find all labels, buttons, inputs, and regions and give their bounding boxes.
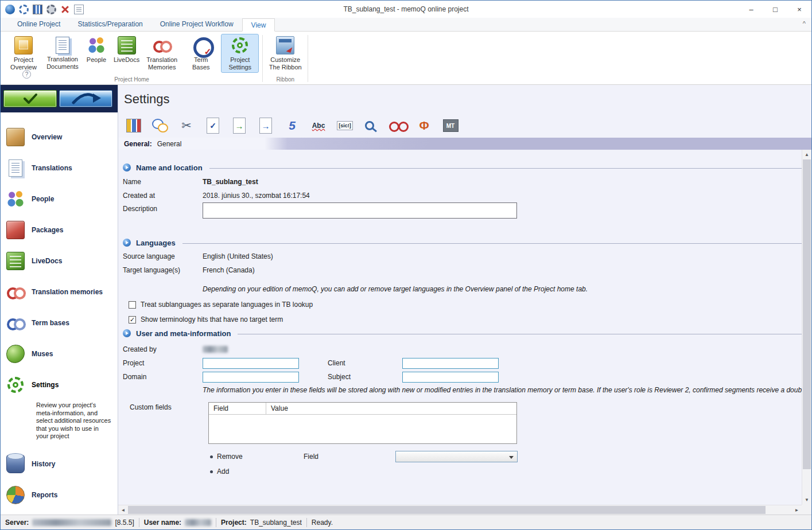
memoq-app-icon[interactable]: [5, 5, 15, 14]
gear-icon[interactable]: [19, 5, 29, 14]
settings-content: Name and location Name TB_sublang_test C…: [118, 150, 811, 505]
custom-fields-header: Field Value: [209, 403, 516, 415]
scroll-down-icon[interactable]: ▼: [802, 495, 811, 505]
server-version: [8.5.5]: [115, 519, 134, 527]
sidebar-item-packages[interactable]: Packages: [1, 215, 118, 245]
document-icon[interactable]: [74, 5, 84, 14]
history-icon: [6, 455, 25, 473]
remove-button[interactable]: Remove: [210, 453, 304, 461]
people-button[interactable]: People: [83, 34, 110, 65]
books-icon[interactable]: [33, 5, 42, 14]
tab-online-project[interactable]: Online Project: [9, 18, 69, 31]
termhits-checkbox[interactable]: ✓: [129, 316, 136, 324]
forward-arrow-button[interactable]: [59, 90, 112, 107]
minimize-button[interactable]: –: [739, 1, 763, 18]
settings-tab-qa[interactable]: ✓: [203, 116, 223, 135]
domain-field-label: Domain: [123, 373, 203, 381]
horizontal-scrollbar-thumb[interactable]: [128, 506, 766, 514]
translation-memories-icon: [153, 36, 171, 54]
project-settings-button[interactable]: Project Settings: [221, 34, 259, 73]
settings-tab-proofing[interactable]: [388, 116, 407, 135]
settings-tab-import[interactable]: →: [256, 116, 275, 135]
target-language-value: French (Canada): [203, 266, 255, 274]
category-label: General:: [124, 140, 152, 148]
project-input[interactable]: [203, 358, 299, 369]
window-controls: – □ ×: [739, 1, 811, 18]
tab-online-project-workflow[interactable]: Online Project Workflow: [151, 18, 242, 31]
sidebar-item-reports[interactable]: Reports: [1, 480, 118, 510]
sidebar-item-term-bases[interactable]: Term bases: [1, 307, 118, 338]
settings-tab-lookup[interactable]: [362, 116, 381, 135]
description-input[interactable]: [203, 202, 517, 219]
settings-tab-segmentation[interactable]: ✂: [177, 116, 196, 135]
title-bar: TB_sublang_test - memoQ online project –…: [1, 1, 811, 18]
settings-tab-export[interactable]: →: [230, 116, 249, 135]
custom-field-select[interactable]: [395, 451, 518, 462]
tab-statistics-preparation[interactable]: Statistics/Preparation: [69, 18, 151, 31]
sublanguages-checkbox-row: Treat sublanguages as separate languages…: [129, 300, 811, 309]
scroll-right-icon[interactable]: ►: [792, 505, 802, 515]
horizontal-scrollbar-track[interactable]: [128, 505, 792, 515]
sidebar-item-muses[interactable]: Muses: [1, 338, 118, 369]
sidebar-item-translations[interactable]: Translations: [1, 153, 118, 184]
domain-subject-row: Domain Subject: [123, 370, 811, 384]
settings-tab-communication[interactable]: [150, 116, 170, 135]
sidebar-item-livedocs[interactable]: LiveDocs: [1, 245, 118, 276]
ribbon-group-separator: [308, 35, 308, 82]
source-language-value: English (United States): [203, 252, 273, 260]
subject-input[interactable]: [402, 372, 499, 383]
settings-tab-spelling[interactable]: Abc: [309, 116, 328, 135]
ribbon-group-label-ribbon: Ribbon: [266, 76, 305, 84]
collapse-ribbon-icon[interactable]: ^: [803, 20, 806, 27]
section-expander-icon[interactable]: [123, 329, 131, 337]
sidebar-item-translation-memories[interactable]: Translation memories: [1, 276, 118, 307]
sidebar-item-settings[interactable]: Settings: [1, 369, 118, 400]
vertical-scrollbar[interactable]: ▲ ▼: [802, 150, 811, 505]
settings-tab-resources[interactable]: [124, 116, 143, 135]
client-input[interactable]: [402, 358, 499, 369]
check-icon: [23, 93, 38, 104]
category-bar: General: General: [118, 138, 811, 150]
scroll-left-icon[interactable]: ◄: [118, 505, 128, 515]
quick-access-toolbar: [1, 5, 84, 14]
add-field-row: Add: [210, 466, 811, 477]
settings-tab-autotranslation[interactable]: 5: [282, 116, 302, 135]
tools-icon[interactable]: [60, 5, 70, 14]
server-name-redacted: [32, 519, 111, 526]
section-expander-icon[interactable]: [123, 163, 131, 172]
add-button[interactable]: Add: [210, 467, 304, 476]
vertical-scrollbar-thumb[interactable]: [803, 159, 811, 469]
maximize-button[interactable]: □: [763, 1, 787, 18]
sidebar-item-people[interactable]: People: [1, 184, 118, 215]
translation-memories-button[interactable]: Translation Memories: [143, 34, 181, 73]
help-icon[interactable]: ?: [22, 70, 31, 79]
livedocs-button[interactable]: LiveDocs: [111, 34, 142, 65]
sublanguages-checkbox[interactable]: [129, 301, 136, 309]
confirm-check-button[interactable]: [3, 90, 57, 107]
ribbon-group-separator: [262, 35, 263, 82]
window-title: TB_sublang_test - memoQ online project: [1, 5, 811, 13]
qa-checkmark-icon: ✓: [207, 118, 219, 134]
settings-tab-mt[interactable]: MT: [441, 116, 460, 135]
settings-tab-nontranslatables[interactable]: [sic!]: [335, 116, 355, 135]
field-column-header: Field: [209, 403, 266, 414]
sidebar-item-overview[interactable]: Overview: [1, 122, 118, 153]
horizontal-scrollbar[interactable]: ◄ ►: [118, 505, 802, 515]
domain-input[interactable]: [203, 372, 299, 383]
close-button[interactable]: ×: [787, 1, 811, 18]
settings-tab-fonts[interactable]: Φ: [414, 116, 434, 135]
sidebar: Overview Translations People Packages Li…: [1, 85, 118, 515]
project-overview-button[interactable]: Project Overview: [5, 34, 42, 73]
bullet-icon: [210, 470, 213, 473]
section-expander-icon[interactable]: [123, 239, 131, 247]
gears-icon[interactable]: [46, 5, 56, 14]
custom-fields-table[interactable]: Field Value: [208, 402, 517, 444]
tab-view[interactable]: View: [242, 18, 275, 32]
ribbon-group-project-home: Project Overview Translation Documents P…: [4, 33, 259, 84]
customize-ribbon-button[interactable]: Customize The Ribbon: [266, 34, 304, 73]
translation-documents-button[interactable]: Translation Documents: [44, 34, 81, 72]
created-by-row: Created by: [123, 342, 811, 356]
sidebar-item-history[interactable]: History: [1, 449, 118, 480]
term-bases-button[interactable]: Term Bases: [182, 34, 220, 73]
scroll-up-icon[interactable]: ▲: [802, 150, 811, 159]
